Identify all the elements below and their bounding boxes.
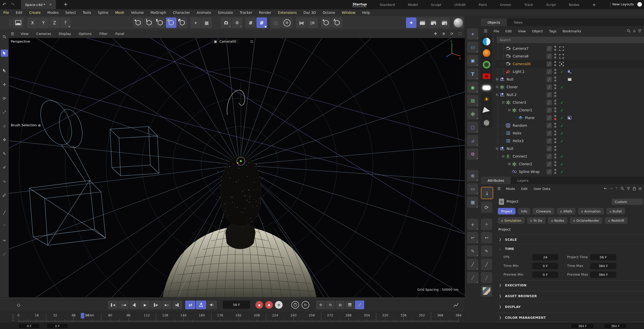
field-fps[interactable]: 24 xyxy=(532,254,558,260)
visibility-dots[interactable] xyxy=(554,123,556,128)
move-camera-icon[interactable]: ⊕ xyxy=(441,31,447,37)
object-name[interactable]: Null xyxy=(507,147,513,151)
attr-tab-info[interactable]: Info xyxy=(518,208,531,215)
enabled-state[interactable]: ✓ xyxy=(559,123,564,128)
spline-smooth-tool[interactable]: ∿ xyxy=(1,178,8,185)
layout-tab-sculpt[interactable]: Sculpt xyxy=(431,3,441,7)
maximize-view-icon[interactable]: ⛶ xyxy=(457,31,463,37)
mode-object-button[interactable] xyxy=(166,17,176,28)
drop-to-floor-icon[interactable]: ⤓ xyxy=(481,187,493,199)
key-parameter-button[interactable]: ⧉ xyxy=(335,301,345,309)
visibility-editor-toggle[interactable]: ╱ xyxy=(547,46,552,51)
material-sphere-button[interactable] xyxy=(453,17,463,28)
object-row-connect[interactable]: ⊟Connect╱✓ xyxy=(495,152,644,160)
object-row-null[interactable]: ⊞Null╱ xyxy=(495,75,644,83)
shaderball-icon[interactable] xyxy=(481,36,492,47)
spline-arc-tool[interactable]: ⌒ xyxy=(1,223,8,230)
collapse-icon[interactable]: ⊟ xyxy=(496,93,498,96)
object-row-cloner[interactable]: ⊟Cloner╱✓ xyxy=(495,83,644,91)
render-marquee-button[interactable] xyxy=(417,17,428,28)
orbit-camera-icon[interactable]: ⟳ xyxy=(449,31,455,37)
pencil-2-icon[interactable]: ✎ xyxy=(481,245,492,257)
viewport-menu-view[interactable]: View xyxy=(17,32,32,36)
next-key-button[interactable]: ▶◇ xyxy=(162,301,172,309)
menu-extensions[interactable]: Extensions xyxy=(275,11,300,15)
field-time-max[interactable]: 384 F xyxy=(590,263,616,269)
section-color-management[interactable]: ❯COLOR MANAGEMENT xyxy=(495,313,644,322)
symmetry-button[interactable]: ⋈ xyxy=(296,17,307,28)
tab-takes[interactable]: Takes xyxy=(507,18,529,26)
render-view-button[interactable]: ✶ xyxy=(406,17,417,28)
return-arrow-icon[interactable]: ↩ xyxy=(467,232,478,243)
grid-lock-button[interactable]: #● xyxy=(256,17,267,28)
add-layout-icon[interactable]: + xyxy=(592,2,596,7)
object-row-camera7[interactable]: STCamera7╱ xyxy=(495,45,644,53)
viewport-solo-button[interactable] xyxy=(13,17,23,28)
area-light-icon[interactable] xyxy=(481,82,492,93)
object-tags[interactable] xyxy=(568,70,572,73)
range-end-field-1[interactable]: 384 F xyxy=(604,324,626,328)
viewport-menu-panel[interactable]: Panel xyxy=(111,32,128,36)
enabled-state[interactable]: ✓ xyxy=(559,139,564,143)
symmetry-settings-button[interactable]: |⚙ xyxy=(307,17,318,28)
attr-tab-project[interactable]: Project xyxy=(498,208,516,215)
object-tags[interactable] xyxy=(568,116,572,120)
menu-window[interactable]: Window xyxy=(338,11,359,15)
sketch-pen-tool[interactable]: ✐ xyxy=(1,164,8,171)
tab-attributes[interactable]: Attributes xyxy=(481,177,511,184)
object-name[interactable]: Cloner xyxy=(507,85,518,89)
visibility-dots[interactable] xyxy=(554,100,556,105)
layout-tab-nodes[interactable]: Nodes xyxy=(569,3,579,7)
knife-tool[interactable]: ╱ xyxy=(1,209,8,216)
monitor-st-icon[interactable]: ▭ xyxy=(467,183,478,195)
visibility-dots[interactable] xyxy=(554,61,556,67)
tab-objects[interactable]: Objects xyxy=(481,18,507,26)
visibility-dots[interactable] xyxy=(554,130,556,136)
spline-wave-tool[interactable]: ≈ xyxy=(1,237,8,244)
mode-texture-button[interactable] xyxy=(177,17,187,28)
collapse-icon[interactable]: ⊟ xyxy=(508,108,511,112)
keyframe-mouse-button[interactable] xyxy=(291,301,299,309)
object-name[interactable]: Helix3 xyxy=(513,139,524,143)
axis-modify-button[interactable]: ⌖ xyxy=(190,17,201,28)
object-name[interactable]: Cloner1 xyxy=(519,108,532,112)
return-arrow-2-icon[interactable]: ↩ xyxy=(481,232,492,243)
om-menu-bookmarks[interactable]: Bookmarks xyxy=(559,29,584,33)
object-row-light-1[interactable]: STLight.1╱✓ xyxy=(495,68,644,76)
visibility-editor-toggle[interactable]: ╱ xyxy=(547,84,552,90)
gear-circle-button[interactable]: ⚙ xyxy=(282,17,292,28)
visibility-dots[interactable] xyxy=(554,161,556,167)
pan-hand-icon[interactable]: ✥ xyxy=(432,31,439,37)
visibility-dots[interactable] xyxy=(554,84,556,90)
expand-icon[interactable]: ⊞ xyxy=(496,78,498,81)
mode-points-button[interactable] xyxy=(133,17,143,28)
visibility-editor-toggle[interactable]: ╱ xyxy=(547,161,552,167)
object-row-null-2[interactable]: ⊟Null.2╱ xyxy=(495,91,644,99)
autokey-range-button[interactable]: A▪▪▪ xyxy=(196,301,206,309)
preset-dropdown[interactable]: Custom xyxy=(612,199,643,205)
enabled-state[interactable] xyxy=(559,54,564,59)
pencil-icon[interactable]: ✎ xyxy=(467,245,478,257)
section-display[interactable]: ❯DISPLAY xyxy=(495,302,644,311)
menu-tracker[interactable]: Tracker xyxy=(236,11,256,15)
enabled-state[interactable]: ✓ xyxy=(559,108,564,113)
axis-cross-2-tool[interactable]: ✜ xyxy=(1,136,8,143)
slash-b-icon[interactable]: ╱ xyxy=(467,272,478,283)
up-arrow[interactable]: ↑ xyxy=(615,186,618,191)
hex-dot-badge-button[interactable] xyxy=(321,17,331,28)
object-name[interactable]: Null xyxy=(507,77,513,81)
enabled-state[interactable]: ✓ xyxy=(559,154,564,159)
visibility-dots[interactable] xyxy=(554,115,556,121)
timeline-window-icon[interactable] xyxy=(451,301,461,309)
scale-tool[interactable]: ⤢ xyxy=(1,109,8,116)
viewport-canvas[interactable]: Perspective ▣ Camera00 ⊡ Brush Selection… xyxy=(9,38,465,297)
close-tab-icon[interactable]: ✕ xyxy=(49,3,52,6)
keyframe-rotation-button[interactable]: ↻ xyxy=(302,301,309,309)
octane-camera-icon[interactable] xyxy=(481,71,492,82)
object-name[interactable]: Null.2 xyxy=(507,93,517,97)
falloff-rings-button[interactable]: ◎ xyxy=(271,17,281,28)
visibility-editor-toggle[interactable]: ╱ xyxy=(547,54,552,59)
visibility-editor-toggle[interactable]: ╱ xyxy=(547,100,552,105)
viewport-menu-icon[interactable]: ☰ xyxy=(9,32,17,36)
object-tags[interactable] xyxy=(568,78,572,81)
